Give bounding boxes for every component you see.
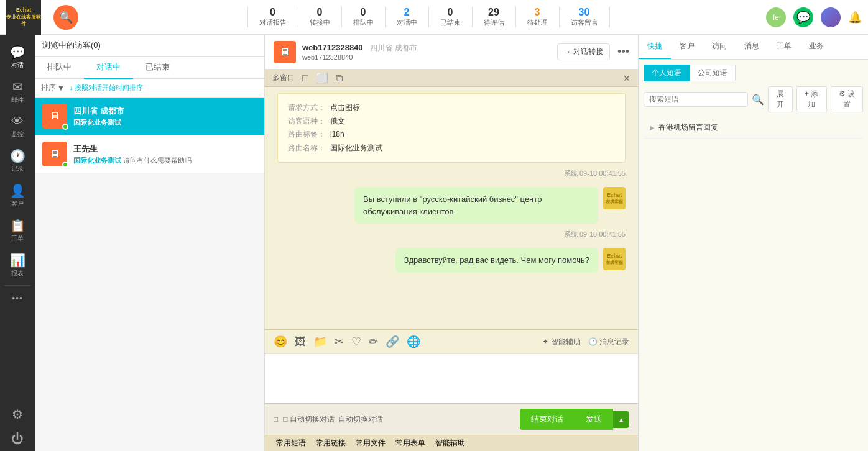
sidebar: 💬 对话 ✉ 邮件 👁 监控 🕐 记录 👤 客户 📋 工单 📊 报表 (0, 35, 35, 451)
sidebar-item-report[interactable]: 📊 报表 (0, 248, 35, 283)
settings-btn[interactable]: ⚙ 设置 (831, 86, 864, 112)
user-avatar[interactable] (821, 7, 841, 27)
chat-header-info: web1712328840 四川省 成都市 web1712328840 (302, 43, 551, 61)
more-options-icon[interactable]: ••• (617, 45, 629, 58)
sidebar-item-workorder[interactable]: 📋 工单 (0, 213, 35, 248)
tab-ended[interactable]: 已结束 (133, 57, 182, 78)
msg-avatar-1: Echat在线客服 (603, 187, 626, 209)
stat-pending[interactable]: 3 待处理 (516, 7, 560, 27)
sidebar-item-logout[interactable]: ⏻ (0, 427, 35, 451)
link-icon[interactable]: 🔗 (386, 335, 399, 348)
wechat-icon[interactable]: 💬 (793, 7, 813, 27)
sidebar-item-email[interactable]: ✉ 邮件 (0, 75, 35, 109)
quick-sub-tab-company[interactable]: 公司短语 (690, 65, 736, 81)
email-icon: ✉ (12, 80, 23, 94)
end-conversation-button[interactable]: 结束对话 (520, 409, 575, 430)
smart-assist-tab[interactable]: 智能辅助 (430, 435, 470, 451)
sidebar-item-customer[interactable]: 👤 客户 (0, 178, 35, 213)
image-icon[interactable]: 🖼 (295, 335, 306, 348)
bell-icon[interactable]: 🔔 (848, 11, 862, 24)
sidebar-item-history[interactable]: 🕐 记录 (0, 144, 35, 178)
stat-transfer[interactable]: 0 转接中 (298, 7, 342, 27)
stat-active[interactable]: 2 对话中 (386, 7, 429, 27)
smart-assist-button[interactable]: ✦ 智能辅助 (542, 337, 580, 347)
edit-icon[interactable]: ✏ (369, 335, 378, 348)
dialog-icon: 💬 (10, 45, 25, 60)
conversation-item-2[interactable]: 🖥 王先生 国际化业务测试 请问有什么需要帮助吗 (35, 135, 264, 173)
conv-name-1: 四川省 成都市 (73, 106, 257, 117)
msg-bubble-1: Вы вступили в "русско-китайский бизнес" … (354, 187, 598, 224)
bottom-quick-tabs: 常用短语 常用链接 常用文件 常用表单 智能辅助 (265, 435, 638, 451)
online-dot-1 (62, 124, 68, 130)
quick-form-tab[interactable]: 常用表单 (390, 435, 430, 451)
sidebar-item-dialog[interactable]: 💬 对话 (0, 40, 35, 75)
message-history-button[interactable]: 🕐 消息记录 (588, 337, 629, 347)
sort-bar: 排序 ▼ ↓ 按照对话开始时间排序 (35, 79, 264, 98)
tab-active[interactable]: 对话中 (84, 57, 133, 79)
add-btn[interactable]: + 添加 (796, 86, 827, 112)
window-icon-1[interactable]: □ (302, 73, 308, 84)
stat-num-transfer: 0 (317, 7, 323, 18)
logo: Echat专业在线客服软件 (6, 0, 41, 35)
sidebar-item-settings[interactable]: ⚙ (0, 402, 35, 427)
send-dropdown-button[interactable]: ▲ (613, 411, 629, 428)
stat-num-ended: 0 (448, 7, 453, 18)
search-icon[interactable]: 🔍 (53, 5, 78, 30)
right-tab-visit[interactable]: 访问 (703, 35, 736, 59)
lang-value: 俄文 (330, 115, 345, 129)
sort-button[interactable]: 排序 ▼ (41, 83, 65, 93)
transfer-button[interactable]: → 对话转接 (557, 43, 610, 60)
stat-ended[interactable]: 0 已结束 (429, 7, 473, 27)
logo-text: Echat专业在线客服软件 (6, 7, 41, 27)
emoji-icon[interactable]: 😊 (274, 335, 287, 348)
info-row-route-name: 路由名称： 国际化业务测试 (288, 142, 615, 155)
file-icon[interactable]: 📁 (313, 335, 327, 348)
conversation-item-1[interactable]: 🖥 四川省 成都市 国际化业务测试 (35, 98, 264, 135)
globe-icon[interactable]: 🌐 (407, 335, 420, 348)
sort-time-button[interactable]: ↓ 按照对话开始时间排序 (70, 83, 144, 93)
quick-sub-tab-personal[interactable]: 个人短语 (644, 65, 690, 81)
settings-icon: ⚙ (12, 407, 23, 422)
expand-arrow-icon: ▶ (650, 124, 655, 131)
window-icon-3[interactable]: ⧉ (336, 73, 343, 84)
online-dot-2 (62, 162, 68, 168)
search-magnify-icon[interactable]: 🔍 (752, 94, 764, 106)
right-tab-workorder[interactable]: 工单 (768, 35, 800, 59)
quick-item-1[interactable]: ▶ 香港机场留言回复 (644, 117, 863, 139)
tab-queue[interactable]: 排队中 (35, 57, 84, 78)
right-tab-quick[interactable]: 快捷 (639, 35, 671, 59)
info-row-route-tag: 路由标签： i18n (288, 128, 615, 142)
msg-row-1: Вы вступили в "русско-китайский бизнес" … (277, 187, 626, 224)
workorder-icon: 📋 (10, 218, 25, 233)
more-icon: ••• (12, 293, 23, 303)
quick-reply-tab[interactable]: 常用短语 (271, 435, 311, 451)
quick-search-input[interactable] (644, 92, 748, 107)
favorite-icon[interactable]: ♡ (351, 335, 361, 348)
avatar-green[interactable]: Ie (766, 7, 786, 27)
stat-rating[interactable]: 29 待评估 (473, 7, 516, 27)
window-icon-2[interactable]: ⬜ (316, 72, 328, 84)
stat-label-dialog-report: 对话报告 (259, 18, 287, 27)
close-chat-icon[interactable]: ✕ (623, 73, 630, 83)
send-button[interactable]: 发送 (575, 409, 613, 430)
tabs-bar: 排队中 对话中 已结束 (35, 57, 264, 79)
chat-avatar: 🖥 (274, 41, 296, 63)
stat-visitor-msg[interactable]: 30 访客留言 (560, 7, 610, 27)
lang-label: 访客语种： (288, 115, 325, 129)
stat-queue[interactable]: 0 排队中 (342, 7, 386, 27)
sidebar-item-more[interactable]: ••• (0, 288, 35, 308)
quick-file-tab[interactable]: 常用文件 (351, 435, 390, 451)
quick-link-tab[interactable]: 常用链接 (311, 435, 351, 451)
stat-label-pending: 待处理 (527, 18, 548, 27)
scissors-icon[interactable]: ✂ (335, 335, 344, 348)
right-tab-message[interactable]: 消息 (736, 35, 768, 59)
auto-switch-toggle[interactable]: □ □ 自动切换对话 自动切换对话 (274, 414, 383, 425)
chat-input-area[interactable] (265, 353, 638, 403)
right-tab-customer[interactable]: 客户 (671, 35, 703, 59)
multi-window-bar: 多窗口 □ ⬜ ⧉ ✕ (265, 70, 638, 87)
stat-dialog-report[interactable]: 0 对话报告 (247, 7, 298, 27)
right-tab-business[interactable]: 业务 (800, 35, 833, 59)
quick-sub-tabs: 个人短语 公司短语 (644, 65, 863, 81)
expand-btn[interactable]: 展开 (768, 86, 793, 112)
sidebar-item-monitor[interactable]: 👁 监控 (0, 109, 35, 144)
